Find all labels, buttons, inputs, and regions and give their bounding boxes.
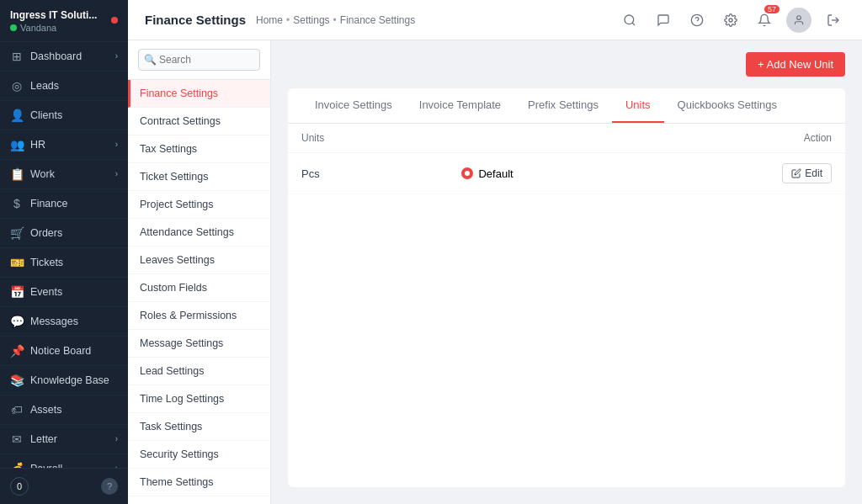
- sidebar-item-notice-board[interactable]: 📌 Notice Board: [0, 337, 128, 366]
- sidebar-label-finance: Finance: [30, 198, 67, 210]
- counter-badge: 0: [10, 477, 29, 496]
- notification-bell-button[interactable]: 57: [753, 8, 776, 32]
- sidebar-item-work[interactable]: 📋 Work ›: [0, 160, 128, 189]
- svg-point-0: [625, 15, 634, 24]
- edit-button[interactable]: Edit: [782, 163, 832, 183]
- sidebar-item-tickets[interactable]: 🎫 Tickets: [0, 248, 128, 278]
- orders-icon: 🛒: [10, 226, 24, 240]
- notification-count: 57: [764, 5, 780, 13]
- settings-item-message-settings[interactable]: Message Settings: [128, 330, 270, 358]
- svg-line-1: [632, 23, 635, 25]
- sidebar-nav: ⊞ Dashboard › ◎ Leads 👤 Clients 👥 HR: [0, 42, 128, 468]
- default-radio-icon: [461, 167, 473, 179]
- units-table: Units Action Pcs Default: [288, 124, 845, 487]
- sidebar-label-work: Work: [30, 168, 55, 180]
- tab-invoice-template[interactable]: Invoice Template: [406, 88, 514, 123]
- settings-item-ticket-settings[interactable]: Ticket Settings: [128, 163, 270, 191]
- sidebar-item-orders[interactable]: 🛒 Orders: [0, 219, 128, 248]
- chevron-icon: ›: [115, 51, 118, 61]
- sidebar-item-finance[interactable]: $ Finance: [0, 189, 128, 219]
- unit-name-cell: Pcs: [301, 167, 461, 180]
- page-title: Finance Settings: [145, 13, 246, 27]
- help-icon-button[interactable]: [685, 8, 709, 32]
- settings-item-contract-settings[interactable]: Contract Settings: [128, 108, 270, 135]
- settings-item-lead-settings[interactable]: Lead Settings: [128, 358, 270, 385]
- header-icons: 57: [618, 8, 845, 33]
- payroll-icon: 💰: [10, 462, 24, 468]
- tab-quickbooks-settings[interactable]: Quickbooks Settings: [664, 88, 791, 123]
- sidebar-label-events: Events: [30, 286, 62, 298]
- sidebar-item-knowledge-base[interactable]: 📚 Knowledge Base: [0, 366, 128, 395]
- sidebar-label-notice-board: Notice Board: [30, 345, 91, 357]
- tickets-icon: 🎫: [10, 256, 24, 269]
- sidebar-item-dashboard[interactable]: ⊞ Dashboard ›: [0, 42, 128, 72]
- chevron-icon: ›: [115, 169, 118, 178]
- settings-item-tax-settings[interactable]: Tax Settings: [128, 135, 270, 163]
- help-button[interactable]: ?: [101, 478, 118, 495]
- top-header: Finance Settings Home • Settings • Finan…: [128, 0, 862, 40]
- app-title: Ingress IT Soluti...: [10, 8, 97, 23]
- sidebar-label-clients: Clients: [30, 109, 62, 121]
- sidebar-label-letter: Letter: [30, 433, 57, 445]
- sidebar-label-knowledge-base: Knowledge Base: [30, 374, 109, 386]
- search-icon-button[interactable]: [618, 8, 641, 32]
- col-units-label: Units: [301, 132, 324, 144]
- col-action-label: Action: [804, 132, 832, 144]
- sidebar-label-leads: Leads: [30, 80, 59, 92]
- chevron-icon: ›: [115, 434, 118, 443]
- add-new-unit-button[interactable]: + Add New Unit: [746, 52, 845, 77]
- settings-sidebar: 🔍 Finance Settings Contract Settings Tax…: [128, 40, 271, 504]
- username-label: Vandana: [20, 23, 56, 33]
- sidebar-label-orders: Orders: [30, 227, 62, 239]
- settings-item-roles-permissions[interactable]: Roles & Permissions: [128, 302, 270, 330]
- settings-item-task-settings[interactable]: Task Settings: [128, 413, 270, 441]
- knowledge-base-icon: 📚: [10, 374, 24, 387]
- tab-units[interactable]: Units: [612, 88, 664, 123]
- settings-item-finance-settings[interactable]: Finance Settings: [128, 80, 270, 108]
- tab-prefix-settings[interactable]: Prefix Settings: [514, 88, 612, 123]
- action-cell: Edit: [782, 163, 832, 183]
- settings-item-attendance-settings[interactable]: Attendance Settings: [128, 219, 270, 247]
- work-icon: 📋: [10, 167, 24, 181]
- sidebar-item-hr[interactable]: 👥 HR ›: [0, 130, 128, 160]
- settings-item-theme-settings[interactable]: Theme Settings: [128, 469, 270, 496]
- sidebar-item-leads[interactable]: ◎ Leads: [0, 72, 128, 101]
- user-avatar[interactable]: [786, 8, 811, 33]
- sidebar-item-messages[interactable]: 💬 Messages: [0, 307, 128, 337]
- breadcrumb-finance-settings: Finance Settings: [340, 14, 415, 26]
- default-cell: Default: [461, 167, 782, 180]
- sidebar-item-assets[interactable]: 🏷 Assets: [0, 395, 128, 425]
- sidebar-label-messages: Messages: [30, 316, 78, 327]
- status-indicator: [111, 17, 118, 24]
- sidebar-item-payroll[interactable]: 💰 Payroll ›: [0, 454, 128, 468]
- sidebar-footer: 0 ?: [0, 468, 128, 504]
- breadcrumb-home: Home: [256, 14, 283, 26]
- settings-item-time-log-settings[interactable]: Time Log Settings: [128, 385, 270, 413]
- tab-invoice-settings[interactable]: Invoice Settings: [301, 88, 406, 123]
- sidebar-item-events[interactable]: 📅 Events: [0, 278, 128, 307]
- messages-icon: 💬: [10, 315, 24, 328]
- panel-toolbar: + Add New Unit: [271, 40, 862, 88]
- sidebar-item-letter[interactable]: ✉ Letter ›: [0, 425, 128, 454]
- settings-icon-button[interactable]: [719, 8, 742, 32]
- chat-icon-button[interactable]: [652, 8, 675, 32]
- finance-icon: $: [10, 197, 24, 210]
- settings-item-security-settings[interactable]: Security Settings: [128, 441, 270, 469]
- main-area: Finance Settings Home • Settings • Finan…: [128, 0, 862, 504]
- sidebar-label-dashboard: Dashboard: [30, 50, 82, 62]
- table-header: Units Action: [288, 124, 845, 153]
- settings-item-project-settings[interactable]: Project Settings: [128, 191, 270, 219]
- sidebar-label-hr: HR: [30, 139, 45, 151]
- breadcrumb-settings: Settings: [293, 14, 329, 26]
- main-panel: + Add New Unit Invoice Settings Invoice …: [271, 40, 862, 504]
- letter-icon: ✉: [10, 432, 24, 446]
- svg-point-4: [729, 19, 732, 22]
- events-icon: 📅: [10, 285, 24, 299]
- hr-icon: 👥: [10, 138, 24, 151]
- sidebar-item-clients[interactable]: 👤 Clients: [0, 101, 128, 130]
- settings-item-custom-fields[interactable]: Custom Fields: [128, 274, 270, 302]
- logout-icon-button[interactable]: [822, 8, 845, 32]
- sidebar-user: Vandana: [10, 23, 97, 33]
- notice-board-icon: 📌: [10, 344, 24, 358]
- settings-item-leaves-settings[interactable]: Leaves Settings: [128, 247, 270, 274]
